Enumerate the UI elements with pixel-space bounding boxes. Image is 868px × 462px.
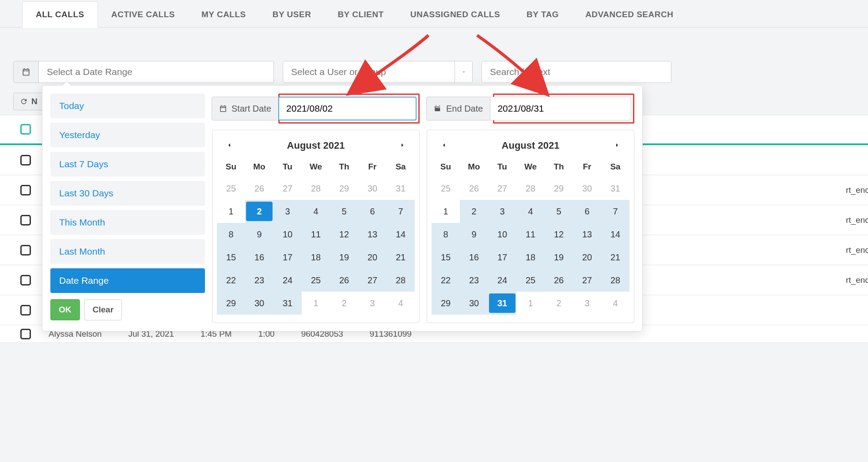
calendar-day[interactable]: 31 xyxy=(488,292,516,315)
calendar-day[interactable]: 17 xyxy=(488,246,516,269)
calendar-grid[interactable]: SuMoTuWeThFrSa25262728293031123456789101… xyxy=(217,158,415,315)
preset-date-range[interactable]: Date Range xyxy=(50,268,205,293)
tab-all-calls[interactable]: ALL CALLS xyxy=(22,1,98,28)
calendar-day[interactable]: 4 xyxy=(387,292,415,315)
calendar-day[interactable]: 7 xyxy=(601,200,629,223)
calendar-day[interactable]: 30 xyxy=(245,292,273,315)
calendar-day[interactable]: 23 xyxy=(460,269,488,292)
calendar-day[interactable]: 11 xyxy=(302,223,330,246)
calendar-day[interactable]: 6 xyxy=(573,200,601,223)
calendar-day[interactable]: 28 xyxy=(302,177,330,200)
calendar-day[interactable]: 30 xyxy=(573,177,601,200)
preset-last-month[interactable]: Last Month xyxy=(50,239,205,264)
calendar-day[interactable]: 24 xyxy=(273,269,302,292)
select-all-checkbox[interactable] xyxy=(20,124,31,135)
calendar-day[interactable]: 14 xyxy=(601,223,629,246)
ok-button[interactable]: OK xyxy=(50,299,80,320)
user-group-input[interactable] xyxy=(283,61,455,83)
search-text-group[interactable] xyxy=(481,61,671,83)
calendar-day[interactable]: 29 xyxy=(217,292,245,315)
calendar-day[interactable]: 2 xyxy=(245,200,273,223)
calendar-day[interactable]: 29 xyxy=(330,177,358,200)
calendar-day[interactable]: 26 xyxy=(460,177,488,200)
tab-unassigned-calls[interactable]: UNASSIGNED CALLS xyxy=(397,2,513,27)
preset-today[interactable]: Today xyxy=(50,94,205,118)
calendar-day[interactable]: 22 xyxy=(432,269,460,292)
preset-last-7-days[interactable]: Last 7 Days xyxy=(50,152,205,177)
row-checkbox[interactable] xyxy=(20,155,31,165)
calendar-day[interactable]: 3 xyxy=(358,292,387,315)
calendar-day[interactable]: 26 xyxy=(330,269,358,292)
calendar-day[interactable]: 27 xyxy=(358,269,387,292)
calendar-day[interactable]: 27 xyxy=(573,269,601,292)
calendar-day[interactable]: 3 xyxy=(273,200,302,223)
calendar-day[interactable]: 30 xyxy=(358,177,387,200)
calendar-day[interactable]: 1 xyxy=(432,200,460,223)
calendar-day[interactable]: 1 xyxy=(302,292,330,315)
calendar-day[interactable]: 17 xyxy=(273,246,302,269)
calendar-day[interactable]: 8 xyxy=(432,223,460,246)
calendar-day[interactable]: 7 xyxy=(387,200,415,223)
calendar-day[interactable]: 15 xyxy=(432,246,460,269)
tab-active-calls[interactable]: ACTIVE CALLS xyxy=(98,2,188,27)
calendar-day[interactable]: 13 xyxy=(358,223,387,246)
calendar-day[interactable]: 21 xyxy=(601,246,629,269)
calendar-day[interactable]: 25 xyxy=(432,177,460,200)
tab-by-client[interactable]: BY CLIENT xyxy=(324,2,397,27)
calendar-day[interactable]: 13 xyxy=(573,223,601,246)
row-checkbox[interactable] xyxy=(20,215,31,225)
start-date-input-group[interactable]: Start Date xyxy=(212,97,417,120)
calendar-day[interactable]: 27 xyxy=(273,177,302,200)
calendar-day[interactable]: 21 xyxy=(387,246,415,269)
calendar-day[interactable]: 29 xyxy=(545,177,573,200)
search-text-input[interactable] xyxy=(482,61,671,83)
end-date-input[interactable] xyxy=(490,97,631,120)
calendar-day[interactable]: 18 xyxy=(516,246,545,269)
calendar-day[interactable]: 28 xyxy=(601,269,629,292)
calendar-day[interactable]: 28 xyxy=(387,269,415,292)
calendar-day[interactable]: 31 xyxy=(273,292,302,315)
calendar-day[interactable]: 30 xyxy=(460,292,488,315)
calendar-day[interactable]: 22 xyxy=(217,269,245,292)
calendar-day[interactable]: 19 xyxy=(545,246,573,269)
calendar-day[interactable]: 25 xyxy=(302,269,330,292)
row-checkbox[interactable] xyxy=(20,275,31,285)
calendar-day[interactable]: 1 xyxy=(217,200,245,223)
calendar-day[interactable]: 6 xyxy=(358,200,387,223)
calendar-day[interactable]: 2 xyxy=(330,292,358,315)
calendar-day[interactable]: 25 xyxy=(516,269,545,292)
calendar-day[interactable]: 5 xyxy=(545,200,573,223)
calendar-day[interactable]: 23 xyxy=(245,269,273,292)
next-month-button[interactable] xyxy=(394,138,410,153)
calendar-day[interactable]: 26 xyxy=(545,269,573,292)
row-checkbox[interactable] xyxy=(20,329,31,339)
row-checkbox[interactable] xyxy=(20,245,31,255)
calendar-day[interactable]: 27 xyxy=(488,177,516,200)
row-checkbox[interactable] xyxy=(20,185,31,195)
calendar-day[interactable]: 2 xyxy=(545,292,573,315)
calendar-grid[interactable]: SuMoTuWeThFrSa25262728293031123456789101… xyxy=(432,158,629,315)
refresh-button[interactable]: N xyxy=(13,93,44,110)
calendar-day[interactable]: 31 xyxy=(387,177,415,200)
prev-month-button[interactable] xyxy=(436,138,452,153)
calendar-day[interactable]: 20 xyxy=(358,246,387,269)
start-date-input[interactable] xyxy=(278,97,417,120)
chevron-down-icon[interactable] xyxy=(455,61,472,83)
calendar-day[interactable]: 9 xyxy=(245,223,273,246)
calendar-day[interactable]: 4 xyxy=(302,200,330,223)
calendar-day[interactable]: 10 xyxy=(488,223,516,246)
preset-yesterday[interactable]: Yesterday xyxy=(50,123,205,147)
end-date-input-group[interactable]: End Date xyxy=(426,97,631,120)
calendar-day[interactable]: 18 xyxy=(302,246,330,269)
tab-by-user[interactable]: BY USER xyxy=(259,2,325,27)
calendar-day[interactable]: 31 xyxy=(601,177,629,200)
calendar-day[interactable]: 14 xyxy=(387,223,415,246)
calendar-day[interactable]: 28 xyxy=(516,177,545,200)
tab-advanced-search[interactable]: ADVANCED SEARCH xyxy=(572,2,686,27)
tab-my-calls[interactable]: MY CALLS xyxy=(188,2,259,27)
calendar-day[interactable]: 3 xyxy=(573,292,601,315)
calendar-day[interactable]: 2 xyxy=(460,200,488,223)
calendar-day[interactable]: 8 xyxy=(217,223,245,246)
calendar-day[interactable]: 3 xyxy=(488,200,516,223)
user-group-select[interactable] xyxy=(283,61,473,83)
